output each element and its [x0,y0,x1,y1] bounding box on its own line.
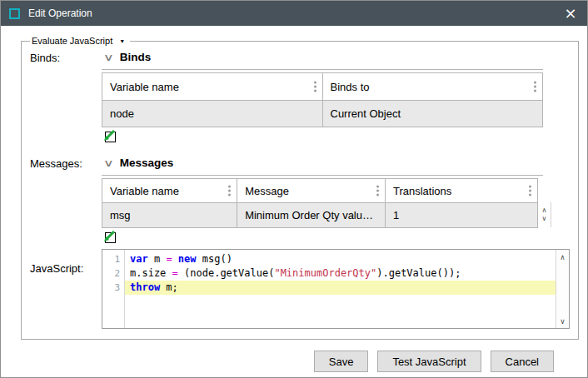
column-header-label: Translations [393,185,451,197]
panel-legend[interactable]: Evaluate JavaScript ▼ [30,36,130,46]
table-cell[interactable]: node [102,101,323,127]
code-token-plain: m; [160,281,178,293]
javascript-code-editor[interactable]: 123 var m = new msg()m.size = (node.getV… [102,249,570,329]
editor-scrollbar[interactable]: ∧ ∨ [556,250,569,328]
binds-table: Variable nameBinds tonodeCurrent Object [102,72,543,127]
column-menu-icon[interactable] [314,86,316,88]
table-cell[interactable]: Current Object [322,101,543,127]
code-token-plain: m.size [130,267,172,279]
messages-table: Variable nameMessageTranslationsmsgMinim… [102,178,538,228]
column-header-variable-name[interactable]: Variable name [102,73,323,101]
javascript-label: JavaScript: [28,249,102,329]
column-header-label: Binds to [331,81,370,93]
column-header-message[interactable]: Message [237,179,386,203]
edit-operation-dialog: Edit Operation × Evaluate JavaScript ▼ B… [0,0,588,378]
messages-add-record-button[interactable] [102,230,117,244]
close-icon[interactable]: × [561,6,581,21]
column-menu-icon[interactable] [228,190,231,192]
column-menu-icon[interactable] [376,190,379,192]
titlebar: Edit Operation × [1,1,587,26]
table-row[interactable]: msgMinimum Order Qty value i...1 [102,203,538,228]
new-record-icon [102,230,117,244]
table-row[interactable]: nodeCurrent Object [102,101,543,127]
evaluate-javascript-panel: Evaluate JavaScript ▼ Binds: ∨ Binds Var… [21,36,579,340]
column-header-label: Variable name [110,81,179,93]
messages-section-header[interactable]: ∨ Messages [102,155,543,176]
scroll-down-icon[interactable]: ∨ [561,317,565,326]
code-token-keyword: var [130,253,148,265]
column-header-label: Message [245,185,289,197]
code-token-plain: (node.getValue( [178,267,275,279]
code-line-1[interactable]: var m = new msg() [125,252,556,266]
binds-section-header[interactable]: ∨ Binds [102,49,543,70]
code-line-3[interactable]: throw m; [125,281,556,295]
scroll-up-icon[interactable]: ∧ [561,253,565,261]
code-token-plain [172,253,178,265]
line-number: 3 [102,281,120,295]
dialog-body: Evaluate JavaScript ▼ Binds: ∨ Binds Var… [1,26,587,372]
binds-label: Binds: [28,49,102,143]
javascript-row: JavaScript: 123 var m = new msg()m.size … [28,249,570,329]
collapse-chevron-icon[interactable]: ∨ [103,52,114,63]
code-area[interactable]: var m = new msg()m.size = (node.getValue… [125,250,556,328]
code-token-plain: m [148,253,167,265]
app-icon [9,8,20,19]
collapse-chevron-icon[interactable]: ∨ [103,157,114,169]
dropdown-arrow-icon[interactable]: ▼ [119,38,125,44]
column-header-binds-to[interactable]: Binds to [322,73,543,101]
table-cell[interactable]: Minimum Order Qty value i... [237,203,386,228]
line-number: 1 [102,252,120,266]
new-record-icon [102,129,117,143]
column-header-label: Variable name [110,185,179,197]
binds-add-record-button[interactable] [102,129,117,143]
column-header-translations[interactable]: Translations [385,179,537,203]
messages-section-title: Messages [120,157,174,169]
line-number-gutter: 123 [102,250,125,328]
messages-scrollbar[interactable]: ∧ ∨ [538,202,551,227]
messages-label: Messages: [28,155,102,244]
column-menu-icon[interactable] [534,86,536,88]
column-header-variable-name[interactable]: Variable name [102,179,237,203]
line-number: 2 [102,266,120,281]
panel-legend-label: Evaluate JavaScript [32,36,112,46]
code-token-plain: msg() [197,253,232,265]
code-token-operator: = [172,267,178,279]
scroll-up-icon[interactable]: ∧ [542,207,547,214]
scroll-down-icon[interactable]: ∨ [542,216,547,222]
code-token-operator: = [166,253,172,265]
window-title: Edit Operation [28,7,92,19]
binds-row: Binds: ∨ Binds Variable nameBinds tonode… [28,49,570,143]
code-token-string: "MinimumOrderQty" [274,267,376,279]
code-token-keyword: new [178,253,197,265]
table-cell[interactable]: msg [102,203,237,228]
code-token-keyword: throw [130,281,160,293]
binds-section-title: Binds [120,51,152,63]
save-button[interactable]: Save [314,351,369,372]
test-javascript-button[interactable]: Test JavaScript [377,351,481,372]
footer-button-bar: Save Test JavaScript Cancel [21,340,571,372]
code-line-2[interactable]: m.size = (node.getValue("MinimumOrderQty… [125,266,556,281]
code-token-plain: ).getValue()); [376,267,461,279]
table-cell[interactable]: 1 [385,203,537,228]
messages-row: Messages: ∨ Messages Variable nameMessag… [28,155,570,244]
column-menu-icon[interactable] [529,190,531,192]
cancel-button[interactable]: Cancel [491,351,554,372]
